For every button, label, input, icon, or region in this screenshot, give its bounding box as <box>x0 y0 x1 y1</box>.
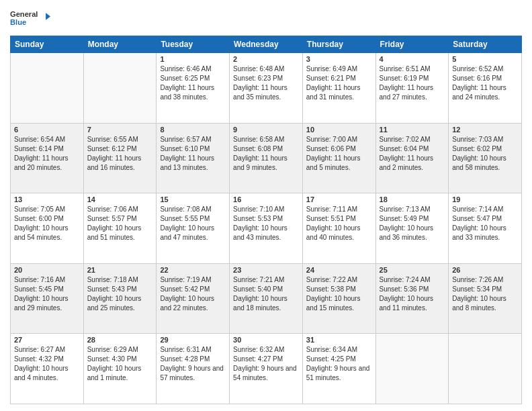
day-info: Sunrise: 7:19 AMSunset: 5:42 PMDaylight:… <box>160 275 226 313</box>
calendar-cell: 27Sunrise: 6:27 AMSunset: 4:32 PMDayligh… <box>11 334 84 404</box>
calendar-cell <box>83 53 157 124</box>
calendar-cell: 8Sunrise: 6:57 AMSunset: 6:10 PMDaylight… <box>157 123 230 193</box>
weekday-header-friday: Friday <box>375 36 449 53</box>
weekday-header-wednesday: Wednesday <box>230 36 303 53</box>
day-info: Sunrise: 6:48 AMSunset: 6:23 PMDaylight:… <box>233 64 299 102</box>
calendar-cell: 16Sunrise: 7:10 AMSunset: 5:53 PMDayligh… <box>230 193 303 264</box>
calendar-cell: 31Sunrise: 6:34 AMSunset: 4:25 PMDayligh… <box>302 334 375 404</box>
calendar-row-4: 27Sunrise: 6:27 AMSunset: 4:32 PMDayligh… <box>11 334 522 404</box>
day-info: Sunrise: 6:52 AMSunset: 6:16 PMDaylight:… <box>452 64 518 102</box>
day-number: 3 <box>306 55 372 63</box>
day-info: Sunrise: 6:29 AMSunset: 4:30 PMDaylight:… <box>87 345 153 383</box>
weekday-header-thursday: Thursday <box>302 36 375 53</box>
day-info: Sunrise: 6:32 AMSunset: 4:27 PMDaylight:… <box>233 345 299 383</box>
calendar-row-2: 13Sunrise: 7:05 AMSunset: 6:00 PMDayligh… <box>11 193 522 264</box>
day-info: Sunrise: 6:51 AMSunset: 6:19 PMDaylight:… <box>380 64 445 102</box>
calendar-cell: 5Sunrise: 6:52 AMSunset: 6:16 PMDaylight… <box>449 53 522 124</box>
svg-marker-2 <box>46 13 50 19</box>
day-info: Sunrise: 7:00 AMSunset: 6:06 PMDaylight:… <box>306 135 372 173</box>
day-info: Sunrise: 7:14 AMSunset: 5:47 PMDaylight:… <box>452 205 518 242</box>
weekday-header-sunday: Sunday <box>11 36 84 53</box>
day-info: Sunrise: 7:08 AMSunset: 5:55 PMDaylight:… <box>160 205 226 242</box>
day-number: 21 <box>87 266 153 274</box>
day-number: 23 <box>233 266 299 274</box>
day-number: 19 <box>452 195 518 203</box>
day-number: 1 <box>160 55 226 63</box>
day-info: Sunrise: 6:27 AMSunset: 4:32 PMDaylight:… <box>14 345 80 383</box>
day-number: 4 <box>380 55 445 63</box>
calendar-cell <box>375 334 449 404</box>
calendar-cell: 3Sunrise: 6:49 AMSunset: 6:21 PMDaylight… <box>302 53 375 124</box>
calendar-cell: 12Sunrise: 7:03 AMSunset: 6:02 PMDayligh… <box>449 123 522 193</box>
day-number: 27 <box>14 336 80 344</box>
calendar-row-1: 6Sunrise: 6:54 AMSunset: 6:14 PMDaylight… <box>11 123 522 193</box>
calendar-cell <box>11 53 84 124</box>
calendar-cell: 6Sunrise: 6:54 AMSunset: 6:14 PMDaylight… <box>11 123 84 193</box>
day-info: Sunrise: 7:06 AMSunset: 5:57 PMDaylight:… <box>87 205 153 242</box>
calendar-cell: 20Sunrise: 7:16 AMSunset: 5:45 PMDayligh… <box>11 263 84 334</box>
day-number: 28 <box>87 336 153 344</box>
calendar-cell: 23Sunrise: 7:21 AMSunset: 5:40 PMDayligh… <box>230 263 303 334</box>
weekday-header-saturday: Saturday <box>449 36 522 53</box>
day-number: 2 <box>233 55 299 63</box>
weekday-header-row: SundayMondayTuesdayWednesdayThursdayFrid… <box>11 36 522 53</box>
day-info: Sunrise: 7:05 AMSunset: 6:00 PMDaylight:… <box>14 205 80 242</box>
day-number: 24 <box>306 266 372 274</box>
day-number: 10 <box>306 126 372 134</box>
day-number: 20 <box>14 266 80 274</box>
calendar-cell: 2Sunrise: 6:48 AMSunset: 6:23 PMDaylight… <box>230 53 303 124</box>
day-info: Sunrise: 7:26 AMSunset: 5:34 PMDaylight:… <box>452 275 518 313</box>
day-info: Sunrise: 6:54 AMSunset: 6:14 PMDaylight:… <box>14 135 80 173</box>
day-number: 6 <box>14 126 80 134</box>
calendar-cell: 30Sunrise: 6:32 AMSunset: 4:27 PMDayligh… <box>230 334 303 404</box>
day-number: 31 <box>306 336 372 344</box>
calendar-row-3: 20Sunrise: 7:16 AMSunset: 5:45 PMDayligh… <box>11 263 522 334</box>
day-number: 30 <box>233 336 299 344</box>
day-number: 7 <box>87 126 153 134</box>
day-number: 14 <box>87 195 153 203</box>
calendar-row-0: 1Sunrise: 6:46 AMSunset: 6:25 PMDaylight… <box>11 53 522 124</box>
svg-text:Blue: Blue <box>10 17 26 26</box>
day-info: Sunrise: 7:03 AMSunset: 6:02 PMDaylight:… <box>452 135 518 173</box>
calendar-cell: 29Sunrise: 6:31 AMSunset: 4:28 PMDayligh… <box>157 334 230 404</box>
logo-svg: General Blue <box>10 7 50 30</box>
calendar-cell: 21Sunrise: 7:18 AMSunset: 5:43 PMDayligh… <box>83 263 157 334</box>
day-number: 9 <box>233 126 299 134</box>
day-info: Sunrise: 6:58 AMSunset: 6:08 PMDaylight:… <box>233 135 299 173</box>
day-info: Sunrise: 7:16 AMSunset: 5:45 PMDaylight:… <box>14 275 80 313</box>
day-info: Sunrise: 7:02 AMSunset: 6:04 PMDaylight:… <box>380 135 445 173</box>
calendar-cell: 4Sunrise: 6:51 AMSunset: 6:19 PMDaylight… <box>375 53 449 124</box>
svg-text:General: General <box>10 10 38 18</box>
calendar-cell: 7Sunrise: 6:55 AMSunset: 6:12 PMDaylight… <box>83 123 157 193</box>
day-number: 22 <box>160 266 226 274</box>
day-info: Sunrise: 7:11 AMSunset: 5:51 PMDaylight:… <box>306 205 372 242</box>
calendar-cell <box>449 334 522 404</box>
calendar-cell: 17Sunrise: 7:11 AMSunset: 5:51 PMDayligh… <box>302 193 375 264</box>
day-number: 29 <box>160 336 226 344</box>
day-info: Sunrise: 6:55 AMSunset: 6:12 PMDaylight:… <box>87 135 153 173</box>
calendar-cell: 10Sunrise: 7:00 AMSunset: 6:06 PMDayligh… <box>302 123 375 193</box>
calendar-cell: 19Sunrise: 7:14 AMSunset: 5:47 PMDayligh… <box>449 193 522 264</box>
day-info: Sunrise: 6:57 AMSunset: 6:10 PMDaylight:… <box>160 135 226 173</box>
day-number: 26 <box>452 266 518 274</box>
day-info: Sunrise: 7:18 AMSunset: 5:43 PMDaylight:… <box>87 275 153 313</box>
calendar-cell: 9Sunrise: 6:58 AMSunset: 6:08 PMDaylight… <box>230 123 303 193</box>
logo: General Blue <box>10 7 50 30</box>
header: General Blue <box>10 7 522 30</box>
day-info: Sunrise: 7:13 AMSunset: 5:49 PMDaylight:… <box>380 205 445 242</box>
day-number: 12 <box>452 126 518 134</box>
calendar-cell: 22Sunrise: 7:19 AMSunset: 5:42 PMDayligh… <box>157 263 230 334</box>
day-info: Sunrise: 7:21 AMSunset: 5:40 PMDaylight:… <box>233 275 299 313</box>
calendar-cell: 26Sunrise: 7:26 AMSunset: 5:34 PMDayligh… <box>449 263 522 334</box>
calendar-cell: 28Sunrise: 6:29 AMSunset: 4:30 PMDayligh… <box>83 334 157 404</box>
day-number: 8 <box>160 126 226 134</box>
day-number: 11 <box>380 126 445 134</box>
calendar-table: SundayMondayTuesdayWednesdayThursdayFrid… <box>10 36 522 404</box>
calendar-cell: 15Sunrise: 7:08 AMSunset: 5:55 PMDayligh… <box>157 193 230 264</box>
weekday-header-tuesday: Tuesday <box>157 36 230 53</box>
calendar-cell: 11Sunrise: 7:02 AMSunset: 6:04 PMDayligh… <box>375 123 449 193</box>
day-info: Sunrise: 6:46 AMSunset: 6:25 PMDaylight:… <box>160 64 226 102</box>
calendar-cell: 1Sunrise: 6:46 AMSunset: 6:25 PMDaylight… <box>157 53 230 124</box>
calendar-cell: 13Sunrise: 7:05 AMSunset: 6:00 PMDayligh… <box>11 193 84 264</box>
day-number: 15 <box>160 195 226 203</box>
